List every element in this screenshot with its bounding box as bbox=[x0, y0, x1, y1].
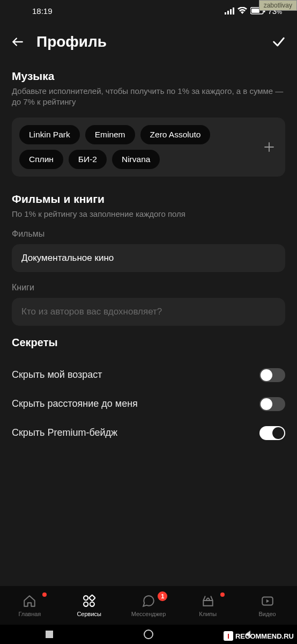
svg-point-10 bbox=[90, 602, 94, 606]
music-title: Музыка bbox=[12, 70, 285, 83]
toggle-hide-distance: Скрыть расстояние до меня bbox=[12, 390, 285, 419]
home-icon bbox=[23, 594, 36, 608]
nav-label: Главная bbox=[18, 611, 41, 617]
films-books-subtitle: По 1% к рейтингу за заполнение каждого п… bbox=[12, 209, 285, 219]
music-chip[interactable]: Eminem bbox=[85, 125, 135, 144]
svg-point-13 bbox=[144, 630, 153, 639]
watermark-top: zabotlivay bbox=[259, 0, 297, 11]
add-music-button[interactable] bbox=[259, 137, 279, 157]
music-chips-box: Linkin Park Eminem Zero Assoluto Сплин Б… bbox=[12, 118, 285, 177]
music-chip[interactable]: Linkin Park bbox=[19, 125, 80, 144]
recent-apps-icon[interactable] bbox=[44, 630, 54, 639]
nav-video[interactable]: Видео bbox=[237, 594, 297, 617]
nav-label: Клипы bbox=[199, 611, 217, 617]
toggle-switch[interactable] bbox=[259, 397, 285, 411]
nav-clips[interactable]: Клипы bbox=[178, 594, 237, 617]
nav-home[interactable]: Главная bbox=[0, 594, 60, 617]
toggle-label: Скрыть мой возраст bbox=[12, 369, 102, 380]
books-input[interactable]: Кто из авторов вас вдохновляет? bbox=[12, 298, 285, 326]
svg-point-9 bbox=[84, 602, 88, 606]
svg-rect-3 bbox=[233, 8, 234, 14]
toggle-label: Скрыть расстояние до меня bbox=[12, 398, 138, 409]
films-books-title: Фильмы и книги bbox=[12, 193, 285, 206]
back-icon[interactable] bbox=[11, 35, 25, 49]
page-title: Профиль bbox=[36, 33, 271, 50]
confirm-icon[interactable] bbox=[271, 34, 286, 49]
svg-point-7 bbox=[84, 596, 88, 600]
nav-label: Видео bbox=[259, 611, 276, 617]
notification-dot bbox=[220, 592, 225, 597]
secrets-title: Секреты bbox=[12, 336, 285, 349]
plus-icon bbox=[263, 141, 276, 153]
svg-rect-12 bbox=[46, 631, 53, 638]
music-chip[interactable]: БИ-2 bbox=[69, 150, 107, 169]
bottom-nav: Главная Сервисы Мессенджер 1 Клипы Видео bbox=[0, 586, 297, 625]
nav-messenger[interactable]: Мессенджер 1 bbox=[119, 594, 179, 617]
clips-icon bbox=[201, 594, 215, 608]
video-icon bbox=[261, 594, 274, 608]
nav-services[interactable]: Сервисы bbox=[60, 594, 119, 617]
watermark-bottom: I RECOMMEND.RU bbox=[224, 631, 294, 641]
notification-badge: 1 bbox=[158, 591, 167, 601]
music-chip[interactable]: Сплин bbox=[19, 150, 63, 169]
svg-rect-5 bbox=[251, 9, 259, 13]
svg-rect-0 bbox=[225, 12, 226, 14]
music-subtitle: Добавьте исполнителей, чтобы получить по… bbox=[12, 86, 285, 108]
toggle-hide-age: Скрыть мой возраст bbox=[12, 361, 285, 390]
services-icon bbox=[81, 594, 96, 609]
nav-label: Мессенджер bbox=[131, 611, 166, 617]
toggle-switch[interactable] bbox=[259, 426, 285, 440]
svg-rect-2 bbox=[230, 9, 232, 14]
films-input[interactable]: Документальное кино bbox=[12, 244, 285, 272]
signal-icon bbox=[225, 7, 234, 14]
nav-label: Сервисы bbox=[77, 611, 101, 617]
books-label: Книги bbox=[12, 283, 285, 292]
music-chip[interactable]: Zero Assoluto bbox=[140, 125, 211, 144]
status-bar: 18:19 73% bbox=[0, 0, 297, 21]
home-button-icon[interactable] bbox=[143, 629, 154, 640]
status-time: 18:19 bbox=[32, 6, 53, 16]
svg-rect-8 bbox=[89, 595, 95, 601]
notification-dot bbox=[42, 592, 47, 597]
toggle-switch[interactable] bbox=[259, 368, 285, 382]
wifi-icon bbox=[237, 7, 248, 14]
music-chip[interactable]: Nirvana bbox=[112, 150, 160, 169]
films-label: Фильмы bbox=[12, 229, 285, 239]
toggle-hide-premium: Скрыть Premium-бейдж bbox=[12, 419, 285, 448]
header: Профиль bbox=[0, 25, 297, 59]
toggle-label: Скрыть Premium-бейдж bbox=[12, 427, 117, 438]
messenger-icon bbox=[142, 594, 155, 608]
svg-rect-1 bbox=[227, 11, 229, 14]
